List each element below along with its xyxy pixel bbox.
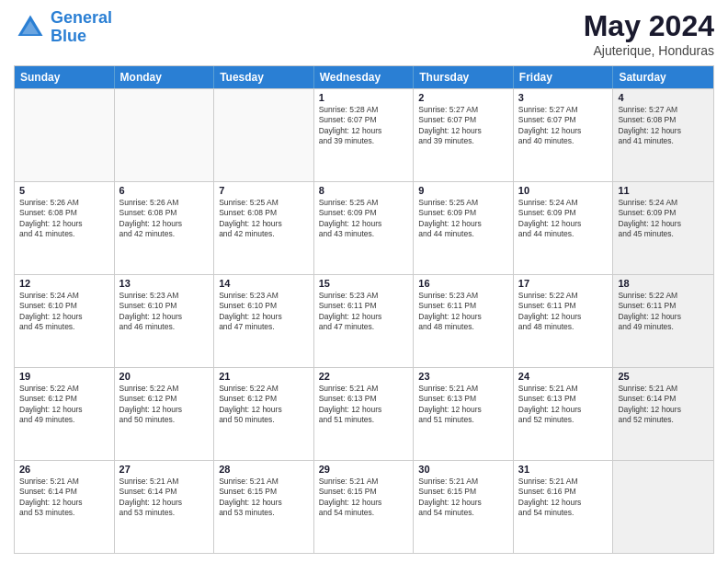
logo-icon: [14, 11, 47, 44]
calendar-row-2: 12Sunrise: 5:24 AM Sunset: 6:10 PM Dayli…: [15, 274, 713, 367]
day-number: 28: [219, 464, 309, 475]
calendar-cell: 24Sunrise: 5:21 AM Sunset: 6:13 PM Dayli…: [514, 368, 614, 460]
calendar-cell: 3Sunrise: 5:27 AM Sunset: 6:07 PM Daylig…: [514, 89, 614, 181]
calendar-cell: 4Sunrise: 5:27 AM Sunset: 6:08 PM Daylig…: [613, 89, 713, 181]
day-header-tuesday: Tuesday: [214, 66, 314, 88]
cell-info: Sunrise: 5:21 AM Sunset: 6:15 PM Dayligh…: [418, 477, 508, 519]
cell-info: Sunrise: 5:26 AM Sunset: 6:08 PM Dayligh…: [19, 198, 109, 240]
calendar-cell: [115, 89, 215, 181]
cell-info: Sunrise: 5:27 AM Sunset: 6:07 PM Dayligh…: [418, 105, 508, 147]
calendar-cell: 28Sunrise: 5:21 AM Sunset: 6:15 PM Dayli…: [214, 461, 314, 553]
day-number: 3: [518, 92, 609, 103]
day-header-friday: Friday: [514, 66, 614, 88]
calendar-cell: 29Sunrise: 5:21 AM Sunset: 6:15 PM Dayli…: [314, 461, 415, 553]
day-number: 2: [418, 92, 508, 103]
subtitle: Ajuterique, Honduras: [584, 43, 714, 58]
title-block: May 2024 Ajuterique, Honduras: [584, 9, 714, 58]
cell-info: Sunrise: 5:27 AM Sunset: 6:07 PM Dayligh…: [518, 105, 609, 147]
day-number: 11: [618, 185, 709, 196]
day-number: 21: [219, 371, 309, 382]
calendar-cell: 12Sunrise: 5:24 AM Sunset: 6:10 PM Dayli…: [15, 275, 115, 367]
logo: General Blue: [14, 9, 112, 46]
day-number: 24: [518, 371, 609, 382]
day-number: 6: [119, 185, 210, 196]
day-number: 16: [418, 278, 508, 289]
calendar-cell: 17Sunrise: 5:22 AM Sunset: 6:11 PM Dayli…: [514, 275, 614, 367]
day-headers: SundayMondayTuesdayWednesdayThursdayFrid…: [15, 66, 713, 88]
calendar-cell: 30Sunrise: 5:21 AM Sunset: 6:15 PM Dayli…: [414, 461, 514, 553]
day-number: 20: [119, 371, 210, 382]
cell-info: Sunrise: 5:21 AM Sunset: 6:16 PM Dayligh…: [518, 477, 609, 519]
calendar-cell: 7Sunrise: 5:25 AM Sunset: 6:08 PM Daylig…: [214, 182, 314, 274]
cell-info: Sunrise: 5:21 AM Sunset: 6:14 PM Dayligh…: [618, 384, 709, 426]
cell-info: Sunrise: 5:24 AM Sunset: 6:09 PM Dayligh…: [618, 198, 709, 240]
calendar-cell: 23Sunrise: 5:21 AM Sunset: 6:13 PM Dayli…: [414, 368, 514, 460]
calendar-cell: 16Sunrise: 5:23 AM Sunset: 6:11 PM Dayli…: [414, 275, 514, 367]
cell-info: Sunrise: 5:21 AM Sunset: 6:14 PM Dayligh…: [19, 477, 109, 519]
calendar-row-4: 26Sunrise: 5:21 AM Sunset: 6:14 PM Dayli…: [15, 460, 713, 553]
day-number: 13: [119, 278, 210, 289]
cell-info: Sunrise: 5:22 AM Sunset: 6:12 PM Dayligh…: [119, 384, 210, 426]
day-number: 17: [518, 278, 609, 289]
day-number: 18: [618, 278, 709, 289]
day-number: 12: [19, 278, 109, 289]
calendar-cell: 15Sunrise: 5:23 AM Sunset: 6:11 PM Dayli…: [314, 275, 415, 367]
logo-text: General Blue: [51, 9, 112, 46]
day-header-wednesday: Wednesday: [314, 66, 415, 88]
day-number: 27: [119, 464, 210, 475]
cell-info: Sunrise: 5:25 AM Sunset: 6:09 PM Dayligh…: [319, 198, 409, 240]
calendar-cell: 1Sunrise: 5:28 AM Sunset: 6:07 PM Daylig…: [314, 89, 415, 181]
calendar-cell: 2Sunrise: 5:27 AM Sunset: 6:07 PM Daylig…: [414, 89, 514, 181]
day-number: 5: [19, 185, 109, 196]
page: General Blue May 2024 Ajuterique, Hondur…: [0, 0, 728, 563]
cell-info: Sunrise: 5:21 AM Sunset: 6:13 PM Dayligh…: [319, 384, 409, 426]
day-number: 31: [518, 464, 609, 475]
day-number: 8: [319, 185, 409, 196]
cell-info: Sunrise: 5:23 AM Sunset: 6:11 PM Dayligh…: [319, 291, 409, 333]
calendar: SundayMondayTuesdayWednesdayThursdayFrid…: [14, 65, 714, 554]
day-number: 22: [319, 371, 409, 382]
calendar-row-3: 19Sunrise: 5:22 AM Sunset: 6:12 PM Dayli…: [15, 367, 713, 460]
header: General Blue May 2024 Ajuterique, Hondur…: [14, 9, 714, 58]
calendar-cell: 11Sunrise: 5:24 AM Sunset: 6:09 PM Dayli…: [613, 182, 713, 274]
calendar-cell: 14Sunrise: 5:23 AM Sunset: 6:10 PM Dayli…: [214, 275, 314, 367]
cell-info: Sunrise: 5:21 AM Sunset: 6:15 PM Dayligh…: [219, 477, 309, 519]
logo-line1: General: [51, 8, 112, 27]
cell-info: Sunrise: 5:27 AM Sunset: 6:08 PM Dayligh…: [618, 105, 709, 147]
cell-info: Sunrise: 5:26 AM Sunset: 6:08 PM Dayligh…: [119, 198, 210, 240]
cell-info: Sunrise: 5:22 AM Sunset: 6:11 PM Dayligh…: [618, 291, 709, 333]
day-number: 10: [518, 185, 609, 196]
day-number: 14: [219, 278, 309, 289]
day-number: 26: [19, 464, 109, 475]
cell-info: Sunrise: 5:23 AM Sunset: 6:10 PM Dayligh…: [219, 291, 309, 333]
calendar-cell: 31Sunrise: 5:21 AM Sunset: 6:16 PM Dayli…: [514, 461, 614, 553]
calendar-cell: 21Sunrise: 5:22 AM Sunset: 6:12 PM Dayli…: [214, 368, 314, 460]
day-number: 15: [319, 278, 409, 289]
day-number: 9: [418, 185, 508, 196]
day-number: 7: [219, 185, 309, 196]
calendar-cell: 6Sunrise: 5:26 AM Sunset: 6:08 PM Daylig…: [115, 182, 215, 274]
cell-info: Sunrise: 5:21 AM Sunset: 6:13 PM Dayligh…: [518, 384, 609, 426]
day-number: 23: [418, 371, 508, 382]
calendar-cell: 19Sunrise: 5:22 AM Sunset: 6:12 PM Dayli…: [15, 368, 115, 460]
day-number: 29: [319, 464, 409, 475]
day-number: 25: [618, 371, 709, 382]
calendar-cell: 18Sunrise: 5:22 AM Sunset: 6:11 PM Dayli…: [613, 275, 713, 367]
calendar-cell: 25Sunrise: 5:21 AM Sunset: 6:14 PM Dayli…: [613, 368, 713, 460]
day-header-monday: Monday: [115, 66, 215, 88]
calendar-cell: 10Sunrise: 5:24 AM Sunset: 6:09 PM Dayli…: [514, 182, 614, 274]
calendar-cell: 26Sunrise: 5:21 AM Sunset: 6:14 PM Dayli…: [15, 461, 115, 553]
day-header-sunday: Sunday: [15, 66, 115, 88]
day-header-saturday: Saturday: [613, 66, 713, 88]
calendar-cell: 22Sunrise: 5:21 AM Sunset: 6:13 PM Dayli…: [314, 368, 415, 460]
calendar-grid: 1Sunrise: 5:28 AM Sunset: 6:07 PM Daylig…: [15, 88, 713, 553]
calendar-row-1: 5Sunrise: 5:26 AM Sunset: 6:08 PM Daylig…: [15, 181, 713, 274]
day-number: 4: [618, 92, 709, 103]
main-title: May 2024: [584, 9, 714, 43]
calendar-cell: [15, 89, 115, 181]
calendar-cell: 8Sunrise: 5:25 AM Sunset: 6:09 PM Daylig…: [314, 182, 415, 274]
cell-info: Sunrise: 5:25 AM Sunset: 6:08 PM Dayligh…: [219, 198, 309, 240]
cell-info: Sunrise: 5:21 AM Sunset: 6:13 PM Dayligh…: [418, 384, 508, 426]
calendar-cell: 27Sunrise: 5:21 AM Sunset: 6:14 PM Dayli…: [115, 461, 215, 553]
cell-info: Sunrise: 5:22 AM Sunset: 6:12 PM Dayligh…: [219, 384, 309, 426]
